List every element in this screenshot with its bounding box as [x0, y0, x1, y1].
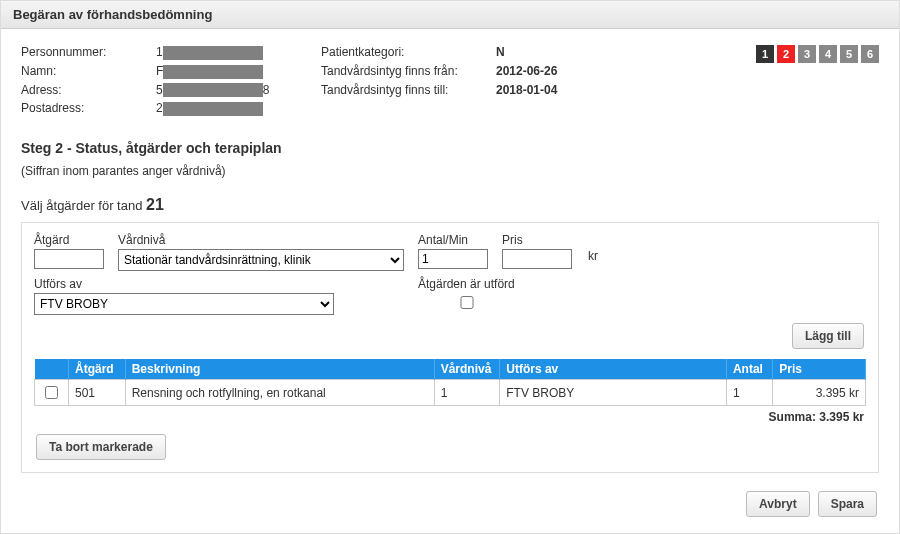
main-panel: Begäran av förhandsbedömning 1 2 3 4 5 6…	[0, 0, 900, 534]
col-check	[35, 359, 69, 380]
atgard-input[interactable]	[34, 249, 104, 269]
lagg-till-button[interactable]: Lägg till	[792, 323, 864, 349]
pris-input[interactable]	[502, 249, 572, 269]
label-intyg-fran: Tandvårdsintyg finns från:	[321, 64, 496, 79]
actions-table: Åtgärd Beskrivning Vårdnivå Utförs av An…	[34, 359, 866, 406]
value-adress: 58	[156, 83, 269, 98]
choose-label: Välj åtgärder för tand 21	[21, 196, 879, 214]
value-intyg-till: 2018-01-04	[496, 83, 557, 98]
cell-pris: 3.395 kr	[773, 380, 866, 406]
value-patientkategori: N	[496, 45, 505, 60]
col-atgard: Åtgärd	[68, 359, 125, 380]
panel-title: Begäran av förhandsbedömning	[13, 7, 212, 22]
step-5[interactable]: 5	[840, 45, 858, 63]
value-postadress: 2	[156, 101, 263, 116]
label-pris: Pris	[502, 233, 572, 247]
summa-row: Summa: 3.395 kr	[34, 410, 864, 424]
step-6[interactable]: 6	[861, 45, 879, 63]
label-postadress: Postadress:	[21, 101, 156, 116]
step-title: Steg 2 - Status, åtgärder och terapiplan	[21, 140, 879, 156]
step-3[interactable]: 3	[798, 45, 816, 63]
step-1[interactable]: 1	[756, 45, 774, 63]
value-personnummer: 1	[156, 45, 263, 60]
ta-bort-button[interactable]: Ta bort markerade	[36, 434, 166, 460]
label-intyg-till: Tandvårdsintyg finns till:	[321, 83, 496, 98]
step-4[interactable]: 4	[819, 45, 837, 63]
redacted-block	[163, 46, 263, 60]
label-personnummer: Personnummer:	[21, 45, 156, 60]
step-subtitle: (Siffran inom parantes anger vårdnivå)	[21, 164, 879, 178]
label-atgard: Åtgärd	[34, 233, 104, 247]
label-utfors: Utförs av	[34, 277, 334, 291]
form-area: Åtgärd Vårdnivå Stationär tandvårdsinrät…	[21, 222, 879, 473]
panel-header: Begäran av förhandsbedömning	[1, 1, 899, 29]
label-utford: Åtgärden är utförd	[418, 277, 515, 291]
utford-checkbox[interactable]	[422, 296, 512, 309]
summa-value: 3.395 kr	[819, 410, 864, 424]
spara-button[interactable]: Spara	[818, 491, 877, 517]
label-vardniva: Vårdnivå	[118, 233, 404, 247]
value-intyg-fran: 2012-06-26	[496, 64, 557, 79]
cell-vardniva: 1	[434, 380, 500, 406]
label-adress: Adress:	[21, 83, 156, 98]
col-vardniva: Vårdnivå	[434, 359, 500, 380]
table-row: 501 Rensning och rotfyllning, en rotkana…	[35, 380, 866, 406]
cell-antal: 1	[726, 380, 772, 406]
col-utfors: Utförs av	[500, 359, 727, 380]
step-2[interactable]: 2	[777, 45, 795, 63]
value-namn: F	[156, 64, 263, 79]
label-namn: Namn:	[21, 64, 156, 79]
utfors-select[interactable]: FTV BROBY	[34, 293, 334, 315]
col-pris: Pris	[773, 359, 866, 380]
label-kr: kr	[588, 233, 598, 271]
bottom-buttons: Avbryt Spara	[1, 491, 899, 531]
panel-content: 1 2 3 4 5 6 Personnummer: 1 Patientkateg…	[1, 29, 899, 491]
antal-input[interactable]	[418, 249, 488, 269]
cell-utfors: FTV BROBY	[500, 380, 727, 406]
redacted-block	[163, 102, 263, 116]
label-antal: Antal/Min	[418, 233, 488, 247]
redacted-block	[163, 65, 263, 79]
cell-beskrivning: Rensning och rotfyllning, en rotkanal	[125, 380, 434, 406]
vardniva-select[interactable]: Stationär tandvårdsinrättning, klinik	[118, 249, 404, 271]
cell-atgard: 501	[68, 380, 125, 406]
row-checkbox[interactable]	[45, 386, 58, 399]
step-nav: 1 2 3 4 5 6	[756, 45, 879, 63]
avbryt-button[interactable]: Avbryt	[746, 491, 810, 517]
col-antal: Antal	[726, 359, 772, 380]
col-beskrivning: Beskrivning	[125, 359, 434, 380]
redacted-block	[163, 83, 263, 97]
label-patientkategori: Patientkategori:	[321, 45, 496, 60]
tooth-number: 21	[146, 196, 164, 213]
